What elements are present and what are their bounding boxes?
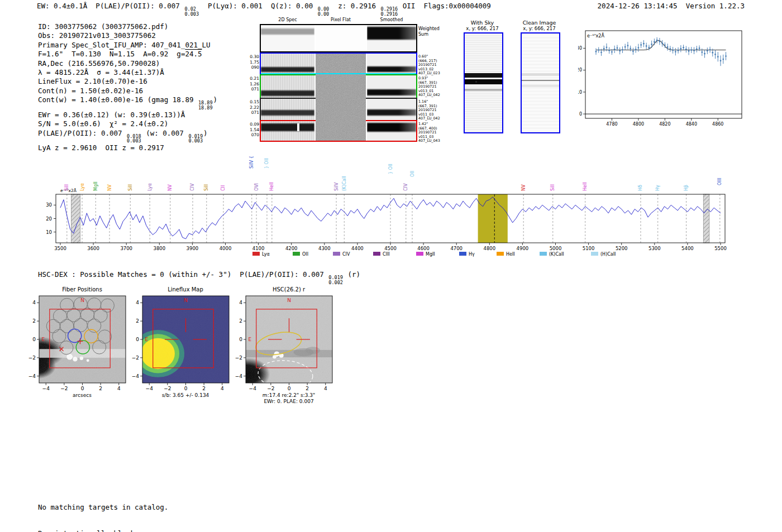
svg-text:−2: −2 — [164, 386, 171, 391]
svg-text:5100: 5100 — [583, 246, 595, 251]
svg-text:−4: −4 — [235, 373, 243, 379]
svg-text:0: 0 — [184, 386, 188, 391]
cutout-left-labels: 0.30 1.75 090 — [244, 54, 259, 70]
column-title: 2D Spec — [261, 17, 314, 22]
svg-text:(H)CaII: (H)CaII — [600, 252, 616, 257]
emission-line-label: NV — [168, 184, 173, 191]
info-line: EWr = 0.36(±0.12) (w: 0.39(±0.13))Å — [38, 111, 217, 119]
sky-dot — [475, 81, 477, 83]
footer-line-1: No matching targets in catalog. — [38, 503, 168, 512]
svg-text:4780: 4780 — [606, 122, 617, 127]
svg-text:Hγ: Hγ — [469, 252, 475, 257]
svg-text:2: 2 — [239, 318, 242, 324]
svg-text:2: 2 — [136, 318, 139, 324]
svg-text:4840: 4840 — [686, 122, 697, 127]
svg-text:OII: OII — [302, 252, 308, 257]
svg-text:3800: 3800 — [153, 246, 165, 251]
svg-text:MgII: MgII — [426, 252, 435, 257]
svg-text:e⁻¹⁷x2Å: e⁻¹⁷x2Å — [587, 32, 604, 39]
noise-texture — [316, 54, 366, 141]
noise-texture — [39, 296, 126, 383]
panel-title: Fiber Positions — [62, 286, 102, 293]
stacked-uncertainty: 0.29160.2916 — [381, 7, 398, 17]
emission-line-label: } OII — [264, 158, 269, 169]
svg-text:2: 2 — [306, 386, 309, 391]
spectrum-trace-band — [261, 90, 314, 96]
svg-text:0: 0 — [81, 386, 84, 391]
svg-text:−2: −2 — [132, 355, 139, 361]
spectrum-trace-band — [261, 28, 314, 35]
emission-line-label: SiII — [204, 184, 209, 191]
svg-text:4900: 4900 — [517, 246, 529, 251]
panel-title: HSC(26.2) r — [273, 286, 306, 293]
svg-text:4000: 4000 — [220, 246, 232, 251]
sky-panel-title: With Sky — [457, 20, 508, 26]
svg-text:4: 4 — [324, 386, 327, 391]
column-title: Pixel Flat — [316, 17, 366, 22]
svg-text:4800: 4800 — [633, 122, 644, 127]
svg-text:5500: 5500 — [714, 246, 727, 251]
svg-text:4800: 4800 — [483, 246, 495, 251]
emission-line-label: Hγ — [655, 185, 660, 191]
svg-text:4500: 4500 — [384, 246, 397, 251]
full-spectrum-plot: SiIILyαMgIINVSiIILyαNVCIVSiIICIISiIV {OV… — [0, 150, 782, 264]
svg-text:−4: −4 — [42, 386, 50, 391]
emission-line-label: } OII — [388, 164, 393, 174]
svg-text:5400: 5400 — [681, 246, 694, 251]
svg-text:5300: 5300 — [649, 246, 661, 251]
svg-text:−4: −4 — [249, 386, 257, 391]
stacked-uncertainty: 0.020.003 — [184, 7, 199, 17]
emission-line-markers: SiIILyαMgIINVSiIILyαNVCIVSiIICIISiIV {OV… — [64, 156, 722, 243]
spectrum-trace-band — [261, 110, 314, 116]
cutout-strip-pixelflat — [316, 25, 366, 51]
emission-line-label: Lyα — [147, 183, 152, 191]
emission-line-label: (K)CaII — [342, 176, 347, 191]
emission-line-label: OIII — [717, 178, 722, 185]
hsc-cutout-panel: NE−4−4−2−2002244HSC(26.2) rm:17.4 re:2.2… — [226, 284, 341, 405]
line-fit-plot: 478048004820484048600102030e⁻¹⁷x2Å — [578, 22, 751, 128]
cutout-strip-2dspec — [261, 25, 314, 51]
cutout-right-labels: 1.42" (667, 400) 20190721 v011_03 407_LU… — [418, 122, 440, 143]
smoothed-trace-band — [367, 109, 416, 116]
with-sky-panel — [464, 32, 503, 133]
emission-line-label: SiIV — [334, 182, 339, 191]
overlined-value: N — [109, 50, 114, 58]
sky-dark-band — [465, 89, 502, 91]
noise-texture — [142, 296, 229, 383]
column-title: Smoothed — [367, 17, 416, 22]
emission-line-label: OVI — [254, 183, 259, 191]
svg-text:HeII: HeII — [506, 252, 515, 257]
svg-text:0: 0 — [136, 337, 139, 342]
hsc-match-line: HSC-DEX : Possible Matches = 0 (within +… — [38, 270, 360, 285]
sky-dark-band — [465, 73, 502, 78]
emission-line-label: HeII — [583, 182, 588, 191]
svg-text:3700: 3700 — [120, 246, 132, 251]
emission-line-label: CII — [221, 185, 226, 191]
emission-line-label: Lyα — [80, 183, 85, 191]
svg-text:−4: −4 — [132, 373, 140, 379]
svg-text:4400: 4400 — [351, 246, 364, 251]
svg-text:3900: 3900 — [187, 246, 199, 251]
svg-text:20: 20 — [46, 216, 52, 222]
svg-text:e⁻¹⁷x2Å: e⁻¹⁷x2Å — [60, 188, 77, 193]
svg-text:−4: −4 — [146, 386, 154, 391]
cutout-left-labels: 0.09 1.54 070 — [244, 122, 259, 138]
svg-text:10: 10 — [578, 90, 582, 95]
svg-text:5000: 5000 — [550, 246, 562, 251]
svg-text:−2: −2 — [28, 355, 36, 361]
footer-line-2: Row intentionally blank. — [38, 529, 168, 532]
panel-title: Lineflux Map — [168, 286, 203, 293]
spectrum-legend: LyαOIICIVCIIIMgIIHγHeII(K)CaII(H)CaII — [252, 252, 616, 257]
emission-line-label: Hβ — [684, 185, 689, 191]
elixer-report-page: { "header": { "left": ["EW: 0.4±0.1Å P(L… — [0, 0, 782, 532]
smoothed-trace-band — [367, 27, 416, 40]
header-timestamp-version: 2024-12-26 13:14:45 Version 1.22.3 — [598, 2, 745, 11]
svg-text:4820: 4820 — [659, 122, 670, 127]
info-line: Primary Spec_Slot_IFU_AMP: 407_041_021_L… — [38, 41, 217, 50]
cutout-strip-2dspec — [261, 121, 314, 141]
info-line: Cont(w) = 1.40(±0.00)e-16 (gmag 18.89 18… — [38, 95, 217, 111]
emission-line-label: CIV — [403, 183, 408, 191]
svg-text:(K)CaII: (K)CaII — [549, 252, 564, 257]
svg-text:4: 4 — [221, 386, 224, 391]
emission-line-label: SiII — [550, 184, 555, 191]
